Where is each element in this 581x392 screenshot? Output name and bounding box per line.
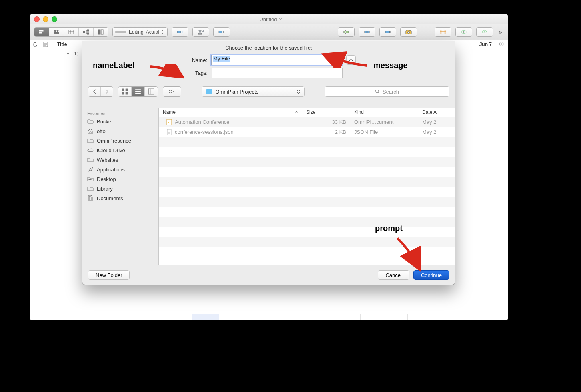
folder-icon bbox=[87, 118, 94, 125]
cancel-button[interactable]: Cancel bbox=[378, 270, 409, 280]
sidebar-item-otto[interactable]: otto bbox=[82, 126, 158, 136]
view-network-button[interactable] bbox=[79, 28, 94, 36]
file-row-empty bbox=[159, 177, 455, 187]
sidebar-item-desktop[interactable]: Desktop bbox=[82, 174, 158, 184]
file-row-empty bbox=[159, 157, 455, 167]
catchup-button[interactable] bbox=[359, 27, 375, 37]
back-button[interactable] bbox=[88, 87, 101, 96]
snapshot-button[interactable] bbox=[400, 27, 417, 37]
file-list: Name Size Kind Date A Automation Confere… bbox=[159, 108, 455, 265]
location-combo[interactable]: OmniPlan Projects bbox=[202, 86, 305, 97]
name-input[interactable]: My File bbox=[211, 55, 342, 65]
stepper-icon bbox=[297, 89, 300, 94]
toolbar-overflow-button[interactable]: » bbox=[497, 28, 504, 36]
sidebar-item-documents[interactable]: Documents bbox=[82, 193, 158, 203]
publish-button[interactable] bbox=[476, 27, 493, 37]
add-task-button[interactable] bbox=[172, 27, 188, 37]
svg-point-17 bbox=[199, 30, 201, 32]
view-segment bbox=[118, 86, 158, 97]
folder-icon bbox=[87, 185, 94, 192]
file-row-empty bbox=[159, 187, 455, 197]
date-column-header[interactable]: Jun 7 bbox=[464, 42, 496, 47]
search-icon bbox=[375, 89, 380, 94]
name-column-header[interactable]: Name bbox=[159, 109, 302, 115]
reschedule-button[interactable] bbox=[379, 27, 396, 37]
sidebar-item-applications[interactable]: Applications bbox=[82, 165, 158, 174]
svg-rect-20 bbox=[219, 31, 222, 33]
minimize-window-button[interactable] bbox=[43, 16, 48, 22]
add-resource-button[interactable] bbox=[192, 27, 209, 37]
zoom-in-button[interactable] bbox=[496, 41, 508, 48]
dialog-message: Choose the location for the saved file: bbox=[82, 45, 455, 51]
continue-button[interactable]: Continue bbox=[413, 270, 449, 280]
svg-rect-45 bbox=[122, 89, 124, 91]
tags-input[interactable] bbox=[212, 68, 343, 78]
svg-rect-65 bbox=[168, 121, 170, 121]
home-icon bbox=[87, 128, 94, 134]
add-milestone-button[interactable] bbox=[213, 27, 230, 37]
search-field[interactable]: Search bbox=[325, 86, 449, 97]
zoom-window-button[interactable] bbox=[52, 16, 57, 22]
view-gantt-button[interactable] bbox=[34, 28, 49, 36]
sidebar-item-icloud[interactable]: iCloud Drive bbox=[82, 145, 158, 155]
view-resources-button[interactable] bbox=[49, 28, 64, 36]
nav-back-forward bbox=[88, 86, 113, 97]
svg-rect-58 bbox=[171, 92, 172, 93]
svg-rect-22 bbox=[344, 31, 349, 33]
reports-button[interactable] bbox=[435, 27, 451, 37]
collapse-button[interactable] bbox=[346, 55, 356, 65]
view-styles-button[interactable] bbox=[94, 28, 108, 36]
json-doc-icon bbox=[166, 129, 172, 135]
document-title[interactable]: Untitled bbox=[57, 16, 484, 22]
date-column-header[interactable]: Date A bbox=[418, 109, 455, 115]
svg-marker-21 bbox=[223, 31, 225, 33]
svg-rect-5 bbox=[69, 30, 74, 34]
sidebar-item-library[interactable]: Library bbox=[82, 184, 158, 193]
save-dialog: Choose the location for the saved file: … bbox=[82, 41, 455, 285]
omniplan-doc-icon bbox=[166, 119, 172, 125]
folder-grid-icon bbox=[87, 176, 94, 182]
file-row-empty bbox=[159, 137, 455, 147]
column-view-button[interactable] bbox=[145, 87, 158, 96]
file-row-empty bbox=[159, 217, 455, 227]
file-row-empty bbox=[159, 237, 455, 247]
new-folder-button[interactable]: New Folder bbox=[88, 270, 130, 280]
svg-point-29 bbox=[407, 31, 409, 33]
stepper-icon bbox=[162, 30, 165, 34]
view-calendar-button[interactable] bbox=[64, 28, 79, 36]
svg-rect-66 bbox=[168, 122, 169, 123]
editing-mode-combo[interactable]: Editing: Actual bbox=[112, 27, 168, 37]
svg-rect-63 bbox=[90, 179, 91, 180]
file-row[interactable]: Automation Conference 33 KB OmniPl…cumen… bbox=[159, 117, 455, 127]
editing-mode-label: Editing: Actual bbox=[129, 29, 159, 35]
kind-column-header[interactable]: Kind bbox=[350, 109, 418, 115]
sidebar-item-bucket[interactable]: Bucket bbox=[82, 117, 158, 126]
file-row-empty bbox=[159, 197, 455, 207]
view-mode-segment bbox=[34, 27, 108, 37]
svg-rect-48 bbox=[126, 92, 128, 94]
icon-view-button[interactable] bbox=[118, 87, 132, 96]
size-column-header[interactable]: Size bbox=[302, 109, 350, 115]
simulations-button[interactable] bbox=[455, 27, 472, 37]
close-window-button[interactable] bbox=[34, 16, 40, 22]
sidebar-item-omnipresence[interactable]: OmniPresence bbox=[82, 136, 158, 145]
list-view-button[interactable] bbox=[132, 87, 145, 96]
svg-rect-12 bbox=[98, 30, 100, 34]
folder-icon bbox=[206, 89, 212, 94]
cloud-icon bbox=[87, 147, 94, 153]
group-button[interactable] bbox=[163, 87, 181, 96]
task-index: 1) bbox=[74, 50, 79, 56]
titlebar: Untitled bbox=[30, 14, 508, 24]
notes-column-icon[interactable] bbox=[40, 42, 51, 47]
file-row[interactable]: conference-sessions.json 2 KB JSON File … bbox=[159, 127, 455, 137]
svg-rect-1 bbox=[39, 32, 42, 33]
hand-tool-icon[interactable] bbox=[30, 42, 40, 47]
editing-mode-icon bbox=[115, 31, 126, 33]
leveling-button[interactable] bbox=[338, 27, 355, 37]
gantt-selected-column bbox=[192, 314, 219, 320]
sidebar-item-websites[interactable]: Websites bbox=[82, 155, 158, 165]
sort-asc-icon bbox=[295, 111, 298, 114]
folder-icon bbox=[87, 157, 94, 163]
svg-rect-56 bbox=[171, 90, 172, 91]
forward-button[interactable] bbox=[101, 87, 113, 96]
